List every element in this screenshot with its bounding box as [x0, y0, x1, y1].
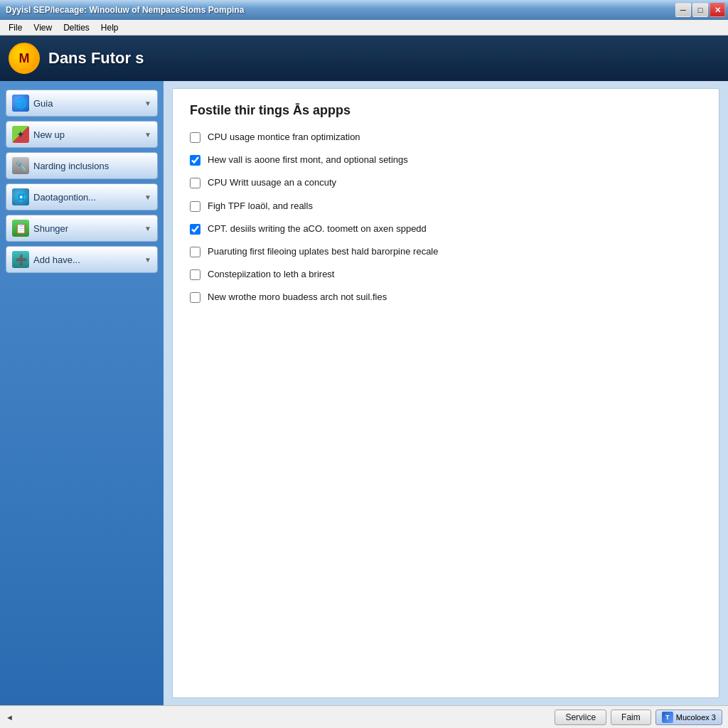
maximize-button[interactable]: □	[692, 3, 708, 17]
checkbox-item-8: New wrothe moro buadess arch not suil.fi…	[190, 291, 702, 304]
sidebar-btn-add-have[interactable]: ➕ Add have... ▼	[6, 246, 158, 273]
guia-arrow: ▼	[144, 100, 151, 107]
new-up-arrow: ▼	[144, 131, 151, 139]
checkbox-label-6[interactable]: Puaruting first fileoing uplates best ha…	[208, 245, 438, 258]
sidebar-label-add-have: Add have...	[33, 255, 80, 265]
taskbar-icon: T	[662, 712, 673, 723]
checkbox-3[interactable]	[190, 178, 200, 188]
sidebar-btn-guia[interactable]: 🌐 Guia ▼	[6, 90, 158, 117]
sidebar-label-narding: Narding inclusions	[33, 161, 109, 171]
guia-icon: 🌐	[12, 95, 29, 112]
status-bar: ◄ Serviice Faim T Mucoloex 3	[0, 705, 728, 728]
checkbox-label-8[interactable]: New wrothe moro buadess arch not suil.fi…	[208, 291, 387, 304]
page-indicator: ◄	[6, 713, 14, 722]
daotag-icon: 💠	[12, 188, 29, 205]
taskbar-item[interactable]: T Mucoloex 3	[655, 710, 722, 725]
title-bar-text: Dyyisl SEP/lecaage: Winooluw of NempaceS…	[3, 5, 244, 15]
menu-help[interactable]: Help	[95, 21, 124, 34]
add-have-arrow: ▼	[144, 256, 151, 264]
sidebar-label-new-up: New up	[33, 129, 65, 140]
title-bar: Dyyisl SEP/lecaage: Winooluw of NempaceS…	[0, 0, 728, 20]
main-layout: 🌐 Guia ▼ ✦ New up ▼ 🔧 Narding inclusions…	[0, 81, 728, 705]
menu-delties[interactable]: Delties	[58, 21, 95, 34]
checkbox-label-4[interactable]: Figh TPF loaöl, and realls	[208, 200, 313, 213]
checkbox-8[interactable]	[190, 292, 200, 303]
checkbox-label-3[interactable]: CPU Writt uusage an a concuty	[208, 176, 336, 189]
checkbox-6[interactable]	[190, 247, 200, 257]
checkbox-label-2[interactable]: Hew vall is aoone first mont, and option…	[208, 154, 408, 166]
add-have-icon: ➕	[12, 251, 29, 268]
title-bar-controls: ─ □ ✕	[675, 3, 725, 17]
minimize-button[interactable]: ─	[675, 3, 691, 17]
sidebar-label-guia: Guia	[33, 98, 53, 109]
checkbox-5[interactable]	[190, 224, 200, 235]
checkbox-1[interactable]	[190, 132, 200, 143]
taskbar-label: Mucoloex 3	[676, 713, 716, 722]
app-header: M Dans Futor s	[0, 36, 728, 81]
sidebar-btn-new-up[interactable]: ✦ New up ▼	[6, 121, 158, 148]
sidebar-btn-daotag[interactable]: 💠 Daotagontion... ▼	[6, 183, 158, 210]
content-area: Fostile thir tings Ās appps CPU usage mo…	[172, 88, 719, 698]
content-title: Fostile thir tings Ās appps	[190, 103, 702, 118]
checkbox-7[interactable]	[190, 269, 200, 280]
sidebar-btn-shunger[interactable]: 📋 Shunger ▼	[6, 215, 158, 242]
checkbox-item-5: CPT. desiils writing the aCO. toomett on…	[190, 223, 702, 235]
checkbox-item-4: Figh TPF loaöl, and realls	[190, 200, 702, 213]
app-title: Dans Futor s	[48, 49, 144, 68]
checkbox-2[interactable]	[190, 155, 200, 166]
close-button[interactable]: ✕	[710, 3, 725, 17]
checkbox-label-5[interactable]: CPT. desiils writing the aCO. toomett on…	[208, 223, 427, 235]
status-right: Serviice Faim T Mucoloex 3	[555, 710, 722, 725]
shunger-arrow: ▼	[144, 225, 151, 232]
app-logo: M	[9, 43, 40, 74]
checkbox-item-6: Puaruting first fileoing uplates best ha…	[190, 245, 702, 258]
checkbox-item-3: CPU Writt uusage an a concuty	[190, 176, 702, 189]
checkbox-label-1[interactable]: CPU usage montice fran optimization	[208, 131, 360, 144]
new-up-icon: ✦	[12, 126, 29, 143]
shunger-icon: 📋	[12, 220, 29, 237]
checkbox-item-7: Constepiization to leth a brirest	[190, 268, 702, 281]
checkbox-item-2: Hew vall is aoone first mont, and option…	[190, 154, 702, 166]
daotag-arrow: ▼	[144, 193, 151, 201]
sidebar-label-daotag: Daotagontion...	[33, 192, 96, 203]
sidebar-label-shunger: Shunger	[33, 223, 68, 234]
checkbox-label-7[interactable]: Constepiization to leth a brirest	[208, 268, 334, 281]
menu-file[interactable]: File	[3, 21, 28, 34]
faim-button[interactable]: Faim	[611, 710, 651, 725]
checkbox-item-1: CPU usage montice fran optimization	[190, 131, 702, 144]
sidebar-btn-narding[interactable]: 🔧 Narding inclusions	[6, 152, 158, 179]
service-button[interactable]: Serviice	[555, 710, 606, 725]
narding-icon: 🔧	[12, 157, 29, 174]
menu-view[interactable]: View	[28, 21, 58, 34]
checkbox-4[interactable]	[190, 201, 200, 212]
menu-bar: File View Delties Help	[0, 20, 728, 36]
sidebar: 🌐 Guia ▼ ✦ New up ▼ 🔧 Narding inclusions…	[0, 81, 164, 705]
